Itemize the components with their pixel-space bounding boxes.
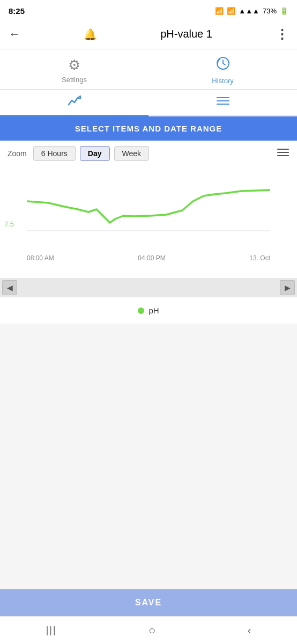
sub-tab-list[interactable] — [148, 90, 297, 115]
range-right-arrow[interactable]: ▶ — [280, 280, 295, 295]
app-bar: ← 🔔 pH-value 1 ⋮ — [0, 19, 297, 49]
tab-settings-label: Settings — [62, 76, 87, 84]
settings-icon: ⚙ — [68, 57, 80, 74]
range-track[interactable] — [17, 280, 280, 295]
list-icon — [216, 95, 230, 110]
bottom-nav: ||| ○ ‹ — [0, 616, 297, 644]
empty-space — [0, 324, 297, 538]
zoom-controls: Zoom 6 Hours Day Week — [0, 141, 297, 166]
zoom-day-button[interactable]: Day — [80, 146, 110, 161]
save-bar: SAVE — [0, 589, 297, 616]
range-selector: ◀ ▶ — [0, 278, 297, 297]
chart-options-icon[interactable] — [277, 147, 289, 160]
x-label-3: 13. Oct — [249, 254, 270, 262]
select-banner-text: SELECT ITEMS AND DATE RANGE — [75, 124, 222, 133]
nav-recent-apps[interactable]: ||| — [46, 625, 57, 636]
status-icons: 📶 📶 ▲▲▲ 73% 🔋 — [215, 7, 288, 15]
select-banner[interactable]: SELECT ITEMS AND DATE RANGE — [0, 116, 297, 141]
x-axis-labels: 08:00 AM 04:00 PM 13. Oct — [27, 252, 270, 262]
signal-icon: ▲▲▲ — [239, 7, 259, 15]
x-label-2: 04:00 PM — [138, 254, 165, 262]
save-button[interactable]: SAVE — [9, 598, 288, 608]
tab-history[interactable]: History — [148, 49, 297, 89]
zoom-6hours-button[interactable]: 6 Hours — [33, 146, 76, 161]
zoom-week-button[interactable]: Week — [114, 146, 150, 161]
chart-wrapper: 7.5 08:00 AM 04:00 PM 13. Oct ◀ ▶ — [0, 166, 297, 297]
nav-home[interactable]: ○ — [148, 624, 155, 638]
battery-percent: 73% — [263, 7, 277, 15]
chart-icon — [68, 95, 81, 110]
chart-svg — [27, 172, 270, 252]
range-left-arrow[interactable]: ◀ — [2, 280, 17, 295]
tab-settings[interactable]: ⚙ Settings — [0, 49, 148, 89]
bluetooth-icon: 📶 — [215, 7, 224, 15]
status-time: 8:25 — [9, 6, 25, 16]
zoom-label: Zoom — [8, 149, 27, 158]
main-tabs: ⚙ Settings History — [0, 49, 297, 90]
x-label-1: 08:00 AM — [27, 254, 54, 262]
y-axis-label: 7.5 — [4, 220, 14, 228]
sub-tab-chart[interactable] — [0, 90, 148, 115]
legend-dot-ph — [138, 308, 144, 314]
history-icon — [216, 56, 231, 75]
sub-tabs — [0, 90, 297, 116]
legend: pH — [0, 297, 297, 324]
chart-container: 7.5 08:00 AM 04:00 PM 13. Oct — [0, 166, 297, 278]
nav-back[interactable]: ‹ — [248, 624, 251, 636]
battery-icon: 🔋 — [280, 7, 288, 15]
back-button[interactable]: ← — [9, 27, 20, 41]
tab-history-label: History — [212, 77, 233, 85]
legend-label-ph: pH — [148, 306, 159, 315]
status-bar: 8:25 📶 📶 ▲▲▲ 73% 🔋 — [0, 0, 297, 19]
page-title: pH-value 1 — [160, 28, 212, 40]
bell-icon[interactable]: 🔔 — [84, 28, 97, 41]
more-icon[interactable]: ⋮ — [276, 27, 288, 42]
wifi-icon: 📶 — [227, 7, 235, 15]
